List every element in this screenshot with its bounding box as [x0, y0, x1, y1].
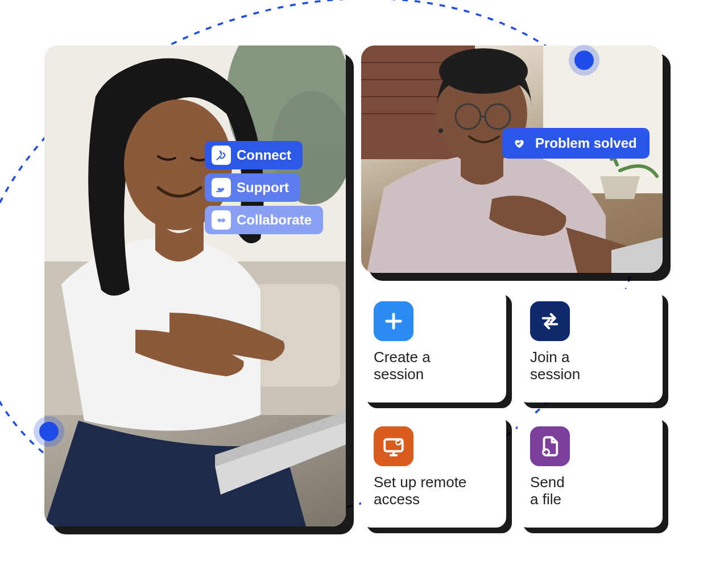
tile-send-file-label: Senda file: [530, 474, 638, 508]
svg-point-18: [439, 128, 443, 133]
file-send-icon: [530, 426, 570, 466]
pill-collaborate-label: Collaborate: [237, 213, 312, 227]
heart-check-icon: [509, 134, 528, 153]
svg-rect-5: [215, 284, 340, 387]
handshake-icon: [212, 210, 231, 230]
plug-icon: [212, 146, 231, 165]
svg-rect-7: [361, 45, 475, 159]
tile-send-file[interactable]: Senda file: [518, 414, 663, 528]
monitor-share-icon: [374, 426, 413, 466]
svg-point-16: [485, 104, 510, 129]
pill-connect-label: Connect: [237, 148, 291, 162]
hero-photo-helper: [44, 45, 346, 526]
pill-connect: Connect: [205, 141, 303, 169]
pill-support-label: Support: [237, 181, 289, 194]
svg-rect-12: [543, 45, 663, 193]
tile-join-session[interactable]: Join asession: [518, 289, 663, 402]
tile-create-session-label: Create asession: [374, 349, 482, 383]
plus-icon: [374, 301, 413, 341]
orbit-dot-top: [574, 51, 594, 70]
swap-arrows-icon: [530, 301, 570, 341]
hero-photo-client: [361, 45, 663, 273]
svg-point-14: [439, 48, 528, 94]
svg-rect-1: [44, 45, 346, 330]
hand-heart-icon: [212, 178, 231, 197]
tile-create-session[interactable]: Create asession: [361, 289, 506, 402]
svg-point-15: [456, 104, 481, 129]
tile-remote-access-label: Set up remoteaccess: [374, 474, 482, 508]
pill-collaborate: Collaborate: [205, 206, 323, 234]
tile-join-session-label: Join asession: [530, 349, 638, 383]
orbit-dot-bottom: [39, 422, 59, 441]
action-tile-grid: Create asession Join asession Set up rem…: [361, 289, 663, 528]
tile-remote-access[interactable]: Set up remoteaccess: [361, 414, 506, 528]
badge-problem-solved-label: Problem solved: [535, 136, 637, 150]
svg-rect-4: [44, 262, 346, 415]
badge-problem-solved: Problem solved: [502, 128, 650, 159]
pill-support: Support: [205, 173, 300, 202]
